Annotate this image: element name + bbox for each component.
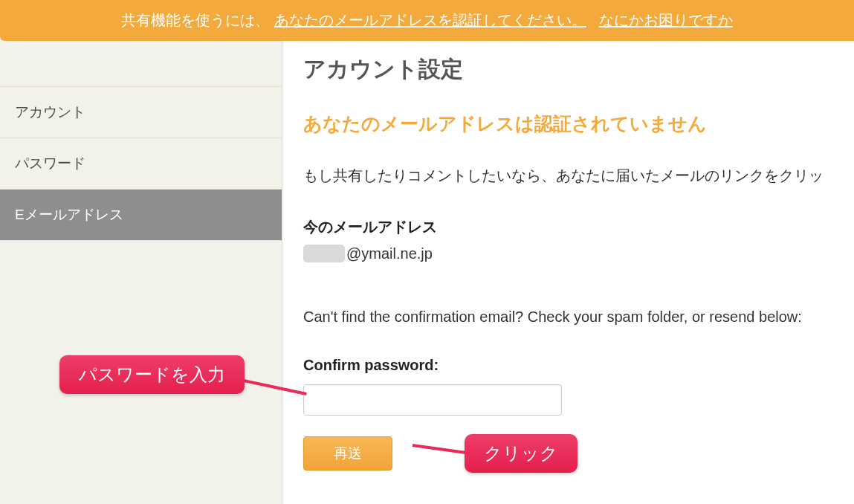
banner-verify-link[interactable]: あなたのメールアドレスを認証してください。 [274,12,586,28]
spam-folder-hint: Can't find the confirmation email? Check… [303,308,854,326]
resend-button[interactable]: 再送 [303,436,392,471]
callout-password: パスワードを入力 [59,355,245,394]
email-local-masked [303,245,345,262]
sidebar-item-label: アカウント [15,104,85,120]
sidebar-item-email[interactable]: Eメールアドレス [0,190,282,241]
resend-button-label: 再送 [334,445,362,461]
callout-click: クリック [465,434,578,473]
sidebar-item-password[interactable]: パスワード [0,138,282,190]
settings-sidebar: アカウント パスワード Eメールアドレス [0,41,282,504]
verify-instructions: もし共有したりコメントしたいなら、あなたに届いたメールのリンクをクリッ [303,166,854,186]
unverified-warning: あなたのメールアドレスは認証されていません [303,112,854,136]
confirm-password-label: Confirm password: [303,357,854,374]
sidebar-item-label: Eメールアドレス [15,207,123,222]
page-title: アカウント設定 [303,54,854,85]
email-domain: @ymail.ne.jp [346,245,433,262]
sidebar-item-account[interactable]: アカウント [0,87,282,138]
banner-prefix: 共有機能を使うには、 [121,12,270,28]
current-email-label: 今のメールアドレス [303,217,854,237]
banner-help-link[interactable]: なにかお困りですか [599,12,733,28]
current-email-value: @ymail.ne.jp [303,245,854,262]
sidebar-item-label: パスワード [15,155,85,171]
sidebar-spacer [0,41,282,87]
notice-banner: 共有機能を使うには、 あなたのメールアドレスを認証してください。 なにかお困りで… [0,0,854,41]
confirm-password-input[interactable] [303,384,562,416]
